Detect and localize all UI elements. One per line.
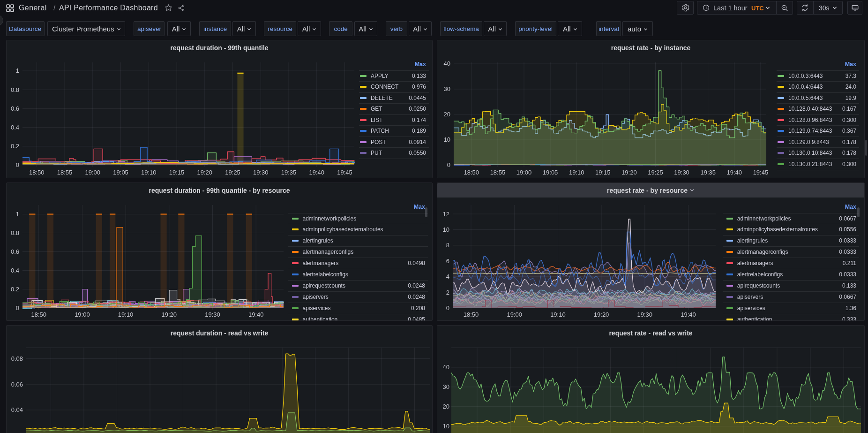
svg-text:30: 30 [444, 85, 450, 92]
svg-text:19:15: 19:15 [595, 169, 611, 176]
svg-text:0.08: 0.08 [11, 355, 23, 362]
svg-text:18:50: 18:50 [464, 169, 479, 176]
svg-text:19:10: 19:10 [569, 169, 584, 176]
svg-text:19:40: 19:40 [681, 311, 696, 318]
svg-text:2: 2 [446, 289, 449, 296]
svg-text:20: 20 [444, 111, 450, 118]
svg-text:0: 0 [446, 304, 449, 311]
svg-text:19:40: 19:40 [309, 169, 325, 176]
svg-text:0: 0 [16, 304, 19, 311]
svg-text:19:30: 19:30 [674, 169, 689, 176]
svg-text:0.2: 0.2 [11, 286, 19, 293]
svg-text:0.2: 0.2 [11, 143, 19, 150]
svg-text:19:30: 19:30 [253, 169, 269, 176]
svg-text:19:35: 19:35 [281, 169, 297, 176]
svg-text:1: 1 [16, 211, 19, 218]
svg-text:19:05: 19:05 [113, 169, 128, 176]
svg-text:19:30: 19:30 [205, 311, 220, 318]
svg-text:18:50: 18:50 [29, 169, 45, 176]
svg-text:0.6: 0.6 [11, 105, 19, 112]
svg-text:0: 0 [447, 161, 450, 168]
svg-text:0.6: 0.6 [11, 248, 19, 255]
svg-text:0.06: 0.06 [11, 381, 23, 388]
svg-text:19:35: 19:35 [700, 169, 716, 176]
svg-text:1: 1 [16, 67, 19, 74]
svg-text:19:20: 19:20 [621, 169, 637, 176]
svg-text:18:50: 18:50 [464, 311, 479, 318]
svg-text:19:25: 19:25 [648, 169, 663, 176]
svg-text:18:50: 18:50 [31, 311, 46, 318]
svg-text:19:20: 19:20 [162, 311, 177, 318]
svg-text:18:55: 18:55 [490, 169, 506, 176]
svg-text:19:10: 19:10 [141, 169, 157, 176]
svg-text:19:40: 19:40 [727, 169, 742, 176]
svg-text:19:25: 19:25 [225, 169, 240, 176]
svg-text:20: 20 [443, 403, 449, 410]
svg-text:0.8: 0.8 [11, 86, 19, 93]
svg-text:10: 10 [443, 423, 449, 430]
svg-text:19:00: 19:00 [85, 169, 101, 176]
svg-text:19:10: 19:10 [118, 311, 134, 318]
svg-text:6: 6 [446, 258, 449, 265]
svg-text:19:20: 19:20 [594, 311, 609, 318]
svg-text:19:05: 19:05 [543, 169, 558, 176]
svg-text:18:55: 18:55 [57, 169, 73, 176]
svg-text:0: 0 [16, 161, 19, 168]
svg-text:0.8: 0.8 [11, 229, 19, 236]
svg-text:0.4: 0.4 [11, 124, 19, 131]
svg-text:19:00: 19:00 [516, 169, 532, 176]
svg-text:40: 40 [444, 60, 450, 67]
svg-text:19:30: 19:30 [637, 311, 653, 318]
svg-text:19:45: 19:45 [753, 169, 769, 176]
svg-text:19:00: 19:00 [75, 311, 90, 318]
svg-text:19:10: 19:10 [550, 311, 566, 318]
svg-text:0.4: 0.4 [11, 267, 19, 274]
svg-text:19:40: 19:40 [248, 311, 264, 318]
svg-text:0.04: 0.04 [11, 406, 23, 413]
svg-text:19:20: 19:20 [197, 169, 213, 176]
svg-text:19:45: 19:45 [337, 169, 352, 176]
svg-text:30: 30 [443, 383, 449, 390]
svg-text:40: 40 [443, 364, 449, 371]
svg-text:12: 12 [443, 211, 449, 218]
svg-text:19:00: 19:00 [507, 311, 522, 318]
svg-text:10: 10 [443, 226, 449, 233]
svg-text:19:15: 19:15 [169, 169, 185, 176]
svg-text:10: 10 [444, 136, 450, 143]
svg-text:8: 8 [446, 242, 449, 249]
svg-text:4: 4 [446, 273, 449, 280]
